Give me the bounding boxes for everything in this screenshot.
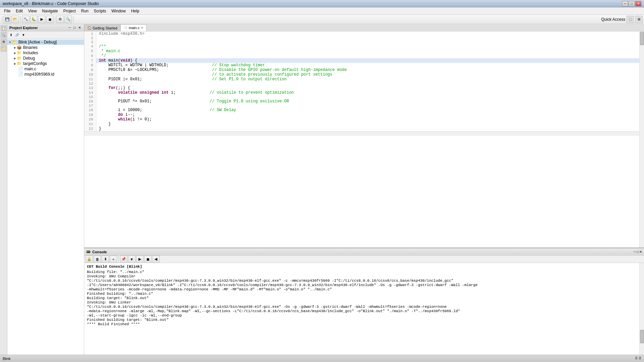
tree-item-project[interactable]: ▼ 📁 Blink [Active - Debug] (7, 39, 84, 45)
console-pin[interactable]: 📌 (120, 256, 127, 263)
console-subtitle: CDT Build Console [Blink] (87, 265, 637, 269)
console-menu[interactable]: ▼ (128, 256, 135, 263)
line-content-18[interactable]: i = 10000; // SW Delay (96, 108, 639, 112)
tree-item-includes[interactable]: ▶ 📁 Includes (7, 50, 84, 56)
line-content-9[interactable]: PM5CTL0 &= ~LOCKLPM5; // Disable the GPI… (96, 68, 639, 72)
menu-item-file[interactable]: File (1, 8, 13, 14)
vertical-scrollbar-console[interactable] (639, 263, 644, 355)
pe-collapse-all[interactable]: ⬆ (9, 33, 13, 37)
tree-arrow-binaries: ▶ (14, 46, 16, 49)
sidebar-icon-2[interactable]: 🔍 (1, 32, 7, 38)
line-content-8[interactable]: WDTCTL = WDTPW | WDTHOLD; // Stop watchd… (96, 63, 639, 68)
console-extra-2[interactable]: ⏹ (144, 256, 151, 263)
menu-item-navigate[interactable]: Navigate (39, 8, 61, 14)
maximize-button[interactable]: □ (629, 1, 635, 6)
tab-close-mainc[interactable]: ✕ (141, 26, 143, 29)
tree-item-binaries[interactable]: ▶ 📦 Binaries (7, 45, 84, 50)
menu-item-edit[interactable]: Edit (13, 8, 25, 14)
tree-icon-binaries: 📦 (17, 45, 22, 50)
line-content-10[interactable]: // to activate previously configured por… (96, 72, 639, 77)
console-line: -mhwmult=f5series -mcode-region=none -md… (87, 287, 637, 291)
perspective-btn-1[interactable]: ⬚ (627, 16, 634, 23)
tab-main-c[interactable]: 📄 main.c ✕ (120, 24, 146, 31)
console-extra-1[interactable]: ▶ (136, 256, 143, 263)
line-content-20[interactable]: while(i != 0); (96, 117, 639, 122)
pe-link-editor[interactable]: 🔗 (14, 33, 20, 37)
line-content-22[interactable]: } (96, 126, 639, 131)
line-content-12[interactable] (96, 82, 639, 86)
close-button[interactable]: ✕ (635, 1, 641, 6)
tree-label-targetconfigs: targetConfigs (23, 61, 47, 66)
line-content-11[interactable]: P1DIR |= 0x01; // Set P1.0 to output dir… (96, 77, 639, 82)
line-content-3[interactable] (96, 40, 639, 44)
toolbar-search[interactable]: 🔍 (65, 16, 72, 23)
line-content-21[interactable]: } (96, 122, 639, 126)
line-number-4: 4 (84, 44, 96, 49)
sidebar-icon-4[interactable]: 📁 (1, 46, 7, 52)
toolbar-build[interactable]: 🔨 (22, 16, 29, 23)
sidebar-icon-3[interactable]: ⚙ (1, 39, 7, 45)
line-content-15[interactable] (96, 95, 639, 99)
console-close-btn[interactable]: ✕ (639, 250, 642, 254)
vertical-scrollbar-editor[interactable] (639, 31, 644, 248)
console-maximize-btn[interactable]: □ (637, 250, 639, 254)
tree-item-targetconfigs[interactable]: ▶ 📁 targetConfigs (7, 61, 84, 66)
line-content-7[interactable]: int main(void) { (96, 58, 639, 63)
pe-close-btn[interactable]: ✕ (77, 25, 82, 30)
tree-item-mainc[interactable]: 📄 main.c (7, 66, 84, 72)
line-number-20: 20 (84, 117, 96, 122)
menubar: FileEditViewNavigateProjectRunScriptsWin… (0, 7, 644, 15)
pe-maximize-btn[interactable]: □ (73, 25, 77, 30)
line-content-19[interactable]: do i--; (96, 112, 639, 117)
toolbar-save[interactable]: 💾 (4, 16, 11, 23)
console-extra-3[interactable]: ◀ (152, 256, 159, 263)
line-content-14[interactable]: volatile unsigned int i; // volatile to … (96, 90, 639, 95)
line-number-2: 2 (84, 36, 96, 40)
line-content-1[interactable]: #include <msp430.h> (96, 31, 639, 36)
line-content-6[interactable]: */ (96, 54, 639, 58)
console-line: Invoking: GNU Compiler (87, 274, 637, 278)
code-line-4: 4/** (84, 44, 639, 49)
line-content-17[interactable] (96, 104, 639, 108)
menu-item-help[interactable]: Help (128, 8, 142, 14)
toolbar-settings[interactable]: ⚙ (57, 16, 64, 23)
line-content-2[interactable] (96, 36, 639, 40)
console-minimize-btn[interactable]: ─ (634, 250, 636, 254)
code-editor[interactable]: 1#include <msp430.h>234/**5 * main.c6 */… (84, 31, 639, 248)
tree-item-ldfile[interactable]: 📄 msp430fr5969.ld (7, 72, 84, 77)
horizontal-scrollbar[interactable] (84, 131, 639, 136)
line-content-4[interactable]: /** (96, 44, 639, 49)
tab-getting-started[interactable]: 🏠 Getting Started (84, 24, 120, 31)
minimize-button[interactable]: ─ (622, 1, 628, 6)
menu-item-scripts[interactable]: Scripts (91, 8, 109, 14)
tree-label-ldfile: msp430fr5969.ld (24, 72, 54, 77)
console-clear[interactable]: 🗑 (94, 256, 101, 263)
code-line-20: 20 while(i != 0); (84, 117, 639, 122)
toolbar-debug[interactable]: 🐛 (30, 16, 37, 23)
menu-item-run[interactable]: Run (79, 8, 91, 14)
sidebar-icon-1[interactable]: 📋 (1, 25, 7, 31)
toolbar-run[interactable]: ▶ (38, 16, 45, 23)
code-line-10: 10 // to activate previously configured … (84, 72, 639, 77)
console-scroll-lock[interactable]: 🔒 (86, 256, 93, 263)
line-content-5[interactable]: * main.c (96, 49, 639, 54)
pe-minimize-btn[interactable]: ─ (68, 25, 72, 30)
menu-item-window[interactable]: Window (109, 8, 128, 14)
console-scroll-end[interactable]: ⬇ (102, 256, 109, 263)
console-sep (118, 256, 119, 263)
tree-item-debug[interactable]: ▶ 📁 Debug (7, 56, 84, 61)
perspective-btn-2[interactable]: ⊞ (635, 16, 643, 23)
console-header-buttons: ─ □ ✕ (634, 250, 642, 254)
line-content-16[interactable]: P1OUT ^= 0x01; // Toggle P1.0 using excl… (96, 99, 639, 104)
toolbar-stop[interactable]: ⏹ (46, 16, 53, 23)
line-content-13[interactable]: for(;;) { (96, 86, 639, 90)
code-line-9: 9 PM5CTL0 &= ~LOCKLPM5; // Disable the G… (84, 68, 639, 72)
pe-menu[interactable]: ▼ (21, 33, 26, 37)
toolbar-open[interactable]: 📂 (12, 16, 19, 23)
code-line-22: 22} (84, 126, 639, 131)
menu-item-project[interactable]: Project (61, 8, 78, 14)
console-new[interactable]: + (110, 256, 117, 263)
console-line: -I"C:/Users/a0406842/workspace_v8/Blink"… (87, 283, 637, 287)
console-body[interactable]: CDT Build Console [Blink] Building file:… (84, 263, 639, 355)
menu-item-view[interactable]: View (25, 8, 39, 14)
